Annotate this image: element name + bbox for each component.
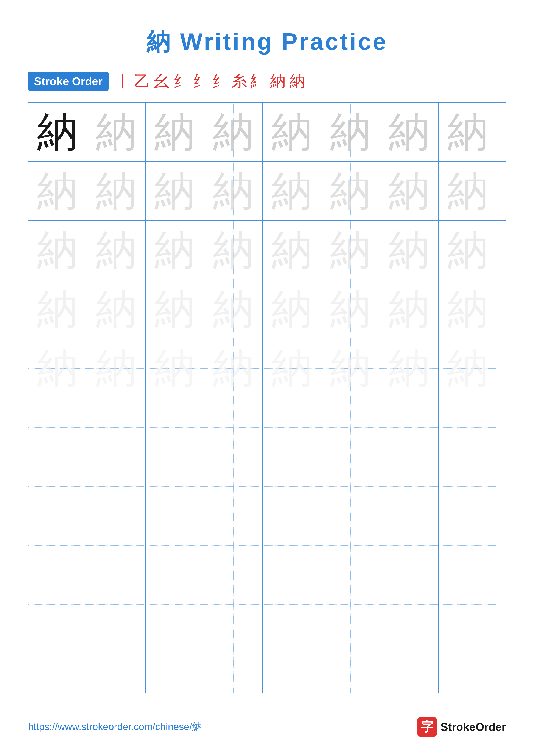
grid-cell-5-6[interactable]: 納 xyxy=(321,339,380,398)
grid-cell-9-1[interactable] xyxy=(28,575,87,634)
grid-cell-8-6[interactable] xyxy=(321,516,380,575)
grid-cell-4-1[interactable]: 納 xyxy=(28,280,87,338)
grid-cell-8-1[interactable] xyxy=(28,516,87,575)
practice-char: 納 xyxy=(447,171,488,212)
grid-row-9 xyxy=(28,575,506,634)
grid-cell-10-6[interactable] xyxy=(321,634,380,693)
grid-cell-2-1[interactable]: 納 xyxy=(28,162,87,221)
grid-cell-8-8[interactable] xyxy=(439,516,497,575)
grid-cell-2-7[interactable]: 納 xyxy=(380,162,439,221)
grid-cell-8-7[interactable] xyxy=(380,516,439,575)
grid-cell-10-3[interactable] xyxy=(146,634,204,693)
stroke-order-chars: 丨 乙 幺 纟 纟 纟 糸 糹 納 納 xyxy=(115,71,305,92)
grid-cell-5-2[interactable]: 納 xyxy=(87,339,146,398)
grid-cell-4-8[interactable]: 納 xyxy=(439,280,497,338)
grid-cell-9-6[interactable] xyxy=(321,575,380,634)
grid-cell-9-2[interactable] xyxy=(87,575,146,634)
grid-cell-1-4[interactable]: 納 xyxy=(204,103,263,161)
grid-cell-1-3[interactable]: 納 xyxy=(146,103,204,161)
practice-char: 納 xyxy=(447,348,488,389)
grid-cell-10-5[interactable] xyxy=(263,634,321,693)
practice-char: 納 xyxy=(96,171,137,212)
grid-cell-10-8[interactable] xyxy=(439,634,497,693)
grid-cell-4-2[interactable]: 納 xyxy=(87,280,146,338)
grid-cell-3-5[interactable]: 納 xyxy=(263,221,321,280)
grid-cell-6-4[interactable] xyxy=(204,398,263,457)
grid-cell-9-8[interactable] xyxy=(439,575,497,634)
grid-cell-3-8[interactable]: 納 xyxy=(439,221,497,280)
footer-url[interactable]: https://www.strokeorder.com/chinese/納 xyxy=(28,720,202,734)
practice-char: 納 xyxy=(389,112,429,152)
grid-row-5: 納 納 納 納 納 納 納 納 xyxy=(28,339,506,398)
grid-cell-6-6[interactable] xyxy=(321,398,380,457)
grid-cell-6-8[interactable] xyxy=(439,398,497,457)
practice-char: 納 xyxy=(213,289,254,330)
grid-cell-7-2[interactable] xyxy=(87,457,146,516)
grid-cell-2-8[interactable]: 納 xyxy=(439,162,497,221)
grid-cell-1-1[interactable]: 納 xyxy=(28,103,87,161)
grid-cell-7-4[interactable] xyxy=(204,457,263,516)
grid-cell-6-1[interactable] xyxy=(28,398,87,457)
grid-cell-6-7[interactable] xyxy=(380,398,439,457)
grid-cell-9-5[interactable] xyxy=(263,575,321,634)
grid-cell-6-2[interactable] xyxy=(87,398,146,457)
grid-row-7 xyxy=(28,457,506,516)
grid-cell-8-4[interactable] xyxy=(204,516,263,575)
practice-char: 納 xyxy=(389,289,429,330)
practice-char: 納 xyxy=(96,112,137,152)
grid-cell-1-6[interactable]: 納 xyxy=(321,103,380,161)
grid-cell-8-2[interactable] xyxy=(87,516,146,575)
grid-cell-10-2[interactable] xyxy=(87,634,146,693)
grid-cell-7-6[interactable] xyxy=(321,457,380,516)
grid-cell-1-5[interactable]: 納 xyxy=(263,103,321,161)
grid-cell-6-5[interactable] xyxy=(263,398,321,457)
grid-cell-4-6[interactable]: 納 xyxy=(321,280,380,338)
grid-cell-4-4[interactable]: 納 xyxy=(204,280,263,338)
grid-cell-7-1[interactable] xyxy=(28,457,87,516)
grid-cell-2-3[interactable]: 納 xyxy=(146,162,204,221)
grid-cell-8-5[interactable] xyxy=(263,516,321,575)
grid-cell-5-5[interactable]: 納 xyxy=(263,339,321,398)
grid-cell-2-4[interactable]: 納 xyxy=(204,162,263,221)
grid-cell-7-5[interactable] xyxy=(263,457,321,516)
grid-cell-10-4[interactable] xyxy=(204,634,263,693)
grid-cell-3-2[interactable]: 納 xyxy=(87,221,146,280)
grid-cell-3-7[interactable]: 納 xyxy=(380,221,439,280)
grid-cell-8-3[interactable] xyxy=(146,516,204,575)
strokeorder-logo-text: StrokeOrder xyxy=(441,720,506,733)
grid-cell-9-4[interactable] xyxy=(204,575,263,634)
grid-cell-3-4[interactable]: 納 xyxy=(204,221,263,280)
grid-cell-7-8[interactable] xyxy=(439,457,497,516)
grid-cell-10-7[interactable] xyxy=(380,634,439,693)
grid-cell-5-3[interactable]: 納 xyxy=(146,339,204,398)
grid-row-2: 納 納 納 納 納 納 納 納 xyxy=(28,162,506,221)
grid-cell-3-6[interactable]: 納 xyxy=(321,221,380,280)
grid-cell-1-7[interactable]: 納 xyxy=(380,103,439,161)
grid-cell-5-4[interactable]: 納 xyxy=(204,339,263,398)
grid-cell-9-7[interactable] xyxy=(380,575,439,634)
grid-cell-7-7[interactable] xyxy=(380,457,439,516)
grid-cell-2-5[interactable]: 納 xyxy=(263,162,321,221)
grid-cell-6-3[interactable] xyxy=(146,398,204,457)
grid-cell-2-6[interactable]: 納 xyxy=(321,162,380,221)
grid-cell-5-1[interactable]: 納 xyxy=(28,339,87,398)
grid-cell-4-7[interactable]: 納 xyxy=(380,280,439,338)
page-title: 納 Writing Practice xyxy=(0,0,534,58)
grid-cell-10-1[interactable] xyxy=(28,634,87,693)
grid-cell-1-2[interactable]: 納 xyxy=(87,103,146,161)
stroke-char-7: 糸 xyxy=(231,71,247,92)
grid-cell-9-3[interactable] xyxy=(146,575,204,634)
practice-char: 納 xyxy=(330,348,371,389)
practice-char: 納 xyxy=(213,171,254,212)
grid-cell-4-5[interactable]: 納 xyxy=(263,280,321,338)
stroke-char-8: 糹 xyxy=(251,71,266,92)
grid-cell-5-8[interactable]: 納 xyxy=(439,339,497,398)
grid-cell-2-2[interactable]: 納 xyxy=(87,162,146,221)
stroke-char-3: 幺 xyxy=(154,71,169,92)
grid-cell-7-3[interactable] xyxy=(146,457,204,516)
grid-cell-3-3[interactable]: 納 xyxy=(146,221,204,280)
grid-cell-5-7[interactable]: 納 xyxy=(380,339,439,398)
grid-cell-3-1[interactable]: 納 xyxy=(28,221,87,280)
grid-cell-4-3[interactable]: 納 xyxy=(146,280,204,338)
grid-cell-1-8[interactable]: 納 xyxy=(439,103,497,161)
